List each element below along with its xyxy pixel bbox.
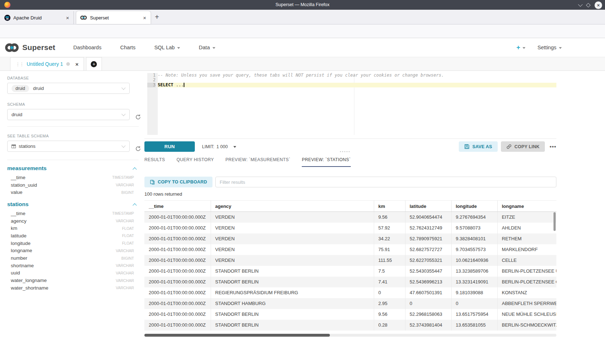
query-tab-close-icon[interactable]: × [75, 61, 79, 67]
table-cell: 57.92 [374, 223, 405, 233]
more-actions-button[interactable]: ••• [550, 144, 556, 150]
browser-tabstrip: Apache Druid × Superset × + [0, 10, 605, 24]
superset-brand[interactable]: Superset [4, 43, 55, 52]
table-cell: NEUE MÜHLE SCHLEUSE OP [497, 309, 556, 320]
column-name: uuid [11, 270, 116, 276]
table-cell: 2000-01-01T00:00:00.000Z [144, 287, 211, 298]
text-cursor [184, 83, 184, 87]
table-cell: 52.7624312749 [405, 223, 451, 233]
nav-dashboards[interactable]: Dashboards [64, 45, 111, 50]
run-button[interactable]: RUN [144, 141, 195, 152]
table-cell: 2000-01-01T00:00:00.000Z [144, 277, 211, 287]
editor-active-line: SELECT ... [158, 83, 556, 87]
column-type: VARCHAR [116, 263, 134, 268]
table-cell: 34.22 [374, 233, 405, 244]
new-tab-button[interactable]: + [155, 13, 159, 21]
column-header[interactable]: longname [497, 201, 556, 212]
window-maximize-icon[interactable] [586, 3, 591, 8]
limit-dropdown[interactable]: LIMIT: 1 000 [202, 144, 236, 149]
table-section-header[interactable]: measurements [7, 165, 136, 172]
table-cell: VERDEN [211, 255, 374, 266]
results-tab[interactable]: RESULTS [144, 157, 165, 167]
column-header[interactable]: longitude [451, 201, 497, 212]
filter-results-input[interactable] [215, 177, 556, 187]
new-query-tab-button[interactable]: + [86, 57, 102, 70]
collapse-chevron-icon[interactable] [133, 203, 136, 207]
column-header[interactable]: latitude [405, 201, 451, 212]
copy-link-button[interactable]: COPY LINK [501, 141, 545, 152]
table-cell: 52.6227055321 [405, 255, 451, 266]
column-name: longitude [11, 241, 122, 246]
clipboard-icon [150, 179, 155, 185]
settings-menu[interactable]: Settings [538, 45, 562, 50]
column-type: VARCHAR [116, 278, 134, 283]
refresh-schema-icon[interactable] [135, 114, 141, 120]
table-cell: 13.3238589706 [451, 266, 497, 277]
column-header[interactable]: agency [211, 201, 374, 212]
table-cell: 52.5430355447 [405, 266, 451, 277]
table-select[interactable]: stations [7, 141, 130, 152]
column-type: VARCHAR [116, 219, 134, 223]
table-cell: RETHEM [497, 233, 556, 244]
schema-value: druid [12, 112, 22, 117]
table-section-measurements: measurements__timeTIMESTAMPstation_uuidV… [7, 165, 140, 196]
drag-handle-icon[interactable]: ⋮⋮ [15, 62, 23, 67]
window-minimize-icon[interactable] [578, 2, 583, 7]
limit-label: LIMIT: [202, 144, 214, 149]
nav-charts[interactable]: Charts [111, 45, 145, 50]
table-cell: 52.7890975921 [405, 233, 451, 244]
nav-sql-lab[interactable]: SQL Lab [145, 45, 189, 50]
window-close-icon[interactable]: × [595, 1, 602, 9]
editor-empty-line [158, 78, 556, 82]
table-cell: EITZE [497, 212, 556, 223]
column-header[interactable]: __time [144, 201, 211, 212]
query-tab-active[interactable]: ⋮⋮ Untitled Query 1 × [10, 57, 84, 70]
refresh-tables-icon[interactable] [135, 146, 141, 152]
results-tab[interactable]: PREVIEW: `STATIONS` [302, 157, 351, 167]
results-tab[interactable]: QUERY HISTORY [176, 157, 214, 167]
database-select[interactable]: druid druid [7, 83, 130, 94]
schema-select[interactable]: druid [7, 109, 130, 120]
column-header[interactable]: km [374, 201, 405, 212]
table-cell: STANDORT HAMBURG [211, 298, 374, 309]
table-cell: BERLIN-PLOETZENSEE OP [497, 277, 556, 287]
table-cell: 2000-01-01T00:00:00.000Z [144, 212, 211, 223]
query-tab-title[interactable]: Untitled Query 1 [27, 61, 63, 67]
tab-close-icon[interactable]: × [65, 15, 70, 21]
table-row: 2000-01-01T00:00:00.000ZVERDEN9.5652.904… [144, 212, 556, 223]
table-cell: 9.57088073 [451, 223, 497, 233]
copy-to-clipboard-button[interactable]: COPY TO CLIPBOARD [144, 177, 212, 187]
link-icon [506, 144, 512, 149]
scrollbar-thumb[interactable] [144, 334, 330, 337]
vertical-scrollbar-thumb[interactable] [554, 212, 556, 231]
table-cell: 0 [451, 298, 497, 309]
table-cell: ABBENFLETH SPERRWERK [497, 298, 556, 309]
table-section-header[interactable]: stations [7, 201, 136, 208]
save-as-button[interactable]: SAVE AS [459, 141, 498, 152]
results-tab[interactable]: PREVIEW: `MEASUREMENTS` [225, 157, 290, 167]
table-cell: 9.2767694354 [451, 212, 497, 223]
column-row: kmFLOAT [7, 224, 134, 232]
table-schema-label: SEE TABLE SCHEMA [7, 134, 140, 138]
nav-data[interactable]: Data [189, 45, 225, 50]
browser-tab-superset[interactable]: Superset × [76, 11, 151, 24]
column-name: __time [11, 175, 112, 180]
window-title: Superset — Mozilla Firefox [0, 2, 605, 7]
pane-splitter-handle[interactable] [340, 151, 351, 152]
column-row: shortnameVARCHAR [7, 262, 134, 269]
new-item-button[interactable]: + [516, 44, 525, 51]
column-row: valueBIGINT [7, 188, 134, 196]
column-name: station_uuid [11, 182, 116, 188]
table-cell: 2000-01-01T00:00:00.000Z [144, 266, 211, 277]
horizontal-scrollbar[interactable] [144, 334, 556, 337]
sql-editor[interactable]: 1 2 3 -- Note: Unless you save your quer… [144, 73, 556, 137]
table-cell: 2000-01-01T00:00:00.000Z [144, 255, 211, 266]
collapse-chevron-icon[interactable] [133, 167, 136, 171]
chevron-down-icon [212, 47, 215, 49]
column-name: value [11, 190, 121, 195]
browser-tab-apache-druid[interactable]: Apache Druid × [1, 11, 74, 24]
chevron-down-icon [233, 146, 236, 148]
tab-close-icon[interactable]: × [142, 15, 147, 21]
database-type-badge: druid [12, 85, 29, 92]
druid-favicon [4, 15, 10, 21]
